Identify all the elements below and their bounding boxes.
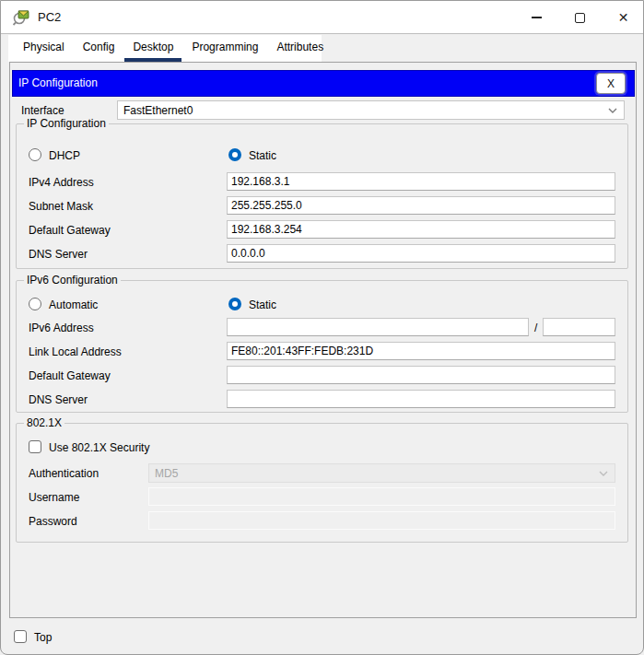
ipv6-default-gateway-input[interactable] [227, 366, 615, 384]
minimize-icon [532, 17, 542, 18]
subnet-mask-input[interactable] [227, 196, 615, 215]
subnet-mask-label: Subnet Mask [29, 200, 93, 213]
default-gateway-input[interactable] [227, 220, 615, 239]
authentication-label: Authentication [29, 467, 99, 480]
ipv4-static-radio-label: Static [249, 149, 276, 162]
tab-config[interactable]: Config [75, 35, 123, 62]
password-input[interactable] [148, 511, 615, 530]
chevron-down-icon [607, 107, 618, 114]
pc-device-window: { "window": { "title": "PC2", "controls"… [0, 0, 644, 655]
top-checkbox[interactable] [14, 630, 27, 643]
dns-server-label: DNS Server [29, 248, 88, 261]
dhcp-radio[interactable] [29, 148, 41, 161]
dns-server-input[interactable] [227, 244, 615, 263]
tab-desktop[interactable]: Desktop [124, 35, 181, 62]
top-checkbox-label: Top [34, 631, 52, 644]
ipv6-static-radio-label: Static [249, 298, 276, 311]
ipv4-address-input[interactable] [227, 172, 615, 191]
ipv4-address-label: IPv4 Address [29, 176, 94, 189]
interface-label: Interface [21, 104, 64, 117]
dhcp-radio-label: DHCP [49, 149, 80, 162]
window-title: PC2 [38, 10, 61, 24]
ipv4-static-radio[interactable] [228, 148, 241, 161]
interface-dropdown-value: FastEthernet0 [123, 104, 193, 117]
ip-configuration-header: IP Configuration [12, 70, 635, 97]
chevron-down-icon [598, 470, 609, 477]
ipv6-configuration-legend: IPv6 Configuration [24, 274, 121, 287]
password-label: Password [29, 515, 77, 528]
maximize-button[interactable] [558, 1, 602, 34]
username-label: Username [29, 491, 79, 504]
authentication-dropdown-value: MD5 [155, 467, 178, 480]
ip-configuration-legend: IP Configuration [24, 117, 109, 130]
packet-tracer-app-icon [12, 8, 30, 27]
ipv6-address-input[interactable] [227, 318, 529, 336]
authentication-dropdown[interactable]: MD5 [148, 463, 615, 483]
tab-attributes[interactable]: Attributes [268, 35, 332, 62]
ipv6-prefix-input[interactable] [543, 318, 615, 336]
dot1x-legend: 802.1X [24, 416, 64, 429]
default-gateway-label: Default Gateway [29, 224, 111, 237]
close-icon: ✕ [618, 11, 629, 24]
minimize-button[interactable] [515, 1, 558, 34]
ipv6-prefix-separator: / [534, 322, 537, 334]
tab-programming[interactable]: Programming [183, 35, 266, 62]
use-8021x-security-label: Use 802.1X Security [49, 441, 149, 454]
ipv6-static-radio[interactable] [228, 298, 241, 310]
link-local-address-input[interactable] [227, 342, 615, 360]
tab-box: Physical Config Desktop Programming Attr… [8, 35, 322, 62]
title-bar: PC2 ✕ [1, 1, 644, 34]
use-8021x-security-checkbox[interactable] [29, 440, 41, 453]
ipv6-automatic-radio-label: Automatic [49, 298, 98, 311]
ipv6-dns-server-label: DNS Server [29, 393, 88, 406]
ipv6-dns-server-input[interactable] [227, 390, 615, 408]
applet-close-button[interactable]: X [596, 73, 626, 94]
tab-physical[interactable]: Physical [15, 35, 73, 62]
tab-strip: Physical Config Desktop Programming Attr… [1, 35, 644, 62]
username-input[interactable] [148, 487, 615, 506]
close-button[interactable]: ✕ [602, 1, 644, 34]
ipv6-address-label: IPv6 Address [29, 322, 94, 334]
link-local-address-label: Link Local Address [29, 345, 122, 358]
ipv6-default-gateway-label: Default Gateway [29, 369, 111, 382]
maximize-icon [575, 13, 585, 23]
window-controls: ✕ [515, 1, 644, 34]
ipv6-automatic-radio[interactable] [29, 298, 41, 310]
